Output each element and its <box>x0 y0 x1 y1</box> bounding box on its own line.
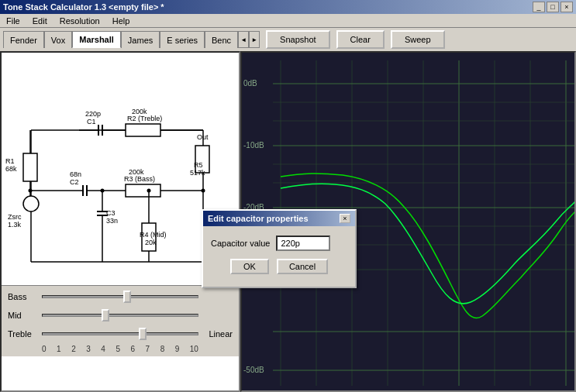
scale-10: 10 <box>190 345 198 353</box>
scale-9: 9 <box>175 345 180 353</box>
titlebar: Tone Stack Calculator 1.3 <empty file> *… <box>0 0 576 14</box>
menu-resolution[interactable]: Resolution <box>57 15 103 26</box>
r1-value: 68k <box>5 165 17 173</box>
capacitor-dialog: Edit capacitor properties × Capacitor va… <box>202 209 357 288</box>
menu-edit[interactable]: Edit <box>29 15 50 26</box>
y-label-0db: 0dB <box>243 79 257 88</box>
tab-james[interactable]: James <box>121 31 160 48</box>
c3-label: C3 <box>106 209 116 217</box>
maximize-button[interactable]: □ <box>547 2 559 12</box>
scale-8: 8 <box>160 345 165 353</box>
mid-track[interactable] <box>42 314 198 317</box>
tab-scroll-right[interactable]: ► <box>249 31 260 48</box>
c2-value: 68n <box>70 170 81 178</box>
svg-point-23 <box>29 189 33 193</box>
treble-slider-row: Treble Linear <box>8 326 233 342</box>
dialog-close-button[interactable]: × <box>340 214 350 223</box>
r5-value: 517k <box>190 169 205 177</box>
dialog-body: Capacitor value OK Cancel <box>203 226 355 287</box>
svg-rect-6 <box>23 153 37 181</box>
mid-thumb[interactable] <box>102 309 109 322</box>
scale-5: 5 <box>116 345 120 353</box>
sliders-area: Bass Mid Treble Linear <box>2 285 239 356</box>
treble-label: Treble <box>8 329 39 339</box>
c1-label: C1 <box>87 118 96 126</box>
snapshot-button[interactable]: Snapshot <box>266 30 329 49</box>
sweep-button[interactable]: Sweep <box>391 30 445 49</box>
tab-benc[interactable]: Benc <box>205 31 238 48</box>
c2-label: C2 <box>70 178 79 186</box>
r4-value: 20k <box>145 239 157 246</box>
scale-0: 0 <box>42 345 47 353</box>
zsrc-value: 1.3k <box>8 221 22 229</box>
tab-scroll-left[interactable]: ◄ <box>238 31 249 48</box>
scale-7: 7 <box>146 345 150 353</box>
dialog-titlebar: Edit capacitor properties × <box>203 211 355 226</box>
menu-help[interactable]: Help <box>109 15 133 26</box>
svg-point-31 <box>101 189 105 193</box>
dialog-cancel-button[interactable]: Cancel <box>277 259 328 274</box>
dialog-title: Edit capacitor properties <box>208 214 309 223</box>
r2-value: 200k <box>132 108 147 115</box>
y-label-10db: -10dB <box>243 141 264 150</box>
r3-value: 200k <box>129 168 144 176</box>
app-title: Tone Stack Calculator 1.3 <empty file> * <box>3 2 164 12</box>
toolbar: Fender Vox Marshall James E series Benc … <box>0 28 576 51</box>
titlebar-controls: _ □ × <box>533 2 573 12</box>
bass-slider-row: Bass <box>8 289 233 304</box>
bass-label: Bass <box>8 292 39 301</box>
c3-value: 33n <box>106 217 118 225</box>
dialog-buttons: OK Cancel <box>211 259 347 280</box>
menubar: File Edit Resolution Help <box>0 14 576 28</box>
r1-label: R1 <box>5 157 15 165</box>
tab-vox[interactable]: Vox <box>44 31 72 48</box>
treble-thumb[interactable] <box>139 328 147 340</box>
clear-button[interactable]: Clear <box>336 30 385 49</box>
mid-label: Mid <box>8 311 39 320</box>
bass-thumb[interactable] <box>123 291 131 303</box>
tab-group: Fender Vox Marshall James E series Benc … <box>3 31 260 48</box>
c1-value: 220p <box>85 110 101 118</box>
tab-eseries[interactable]: E series <box>160 31 205 48</box>
close-button[interactable]: × <box>560 2 573 12</box>
r5-label: R5 <box>194 161 203 169</box>
capacitor-value-input[interactable] <box>276 236 330 251</box>
svg-point-0 <box>23 196 39 211</box>
r3-label: R3 (Bass) <box>124 175 155 183</box>
scale-labels: 0 1 2 3 4 5 6 7 8 9 10 <box>8 345 233 353</box>
treble-track[interactable] <box>42 332 198 335</box>
dialog-ok-button[interactable]: OK <box>230 259 269 274</box>
capacitor-field-label: Capacitor value <box>211 239 270 248</box>
svg-rect-13 <box>126 124 160 136</box>
scale-6: 6 <box>130 345 135 353</box>
svg-point-35 <box>147 189 151 193</box>
r4-label: R4 (Mid) <box>140 231 167 239</box>
zsrc-label: Zsrc <box>8 213 22 221</box>
scale-3: 3 <box>86 345 91 353</box>
svg-rect-24 <box>126 184 160 197</box>
y-label-50db: -50dB <box>243 366 264 374</box>
tab-marshall[interactable]: Marshall <box>72 31 121 48</box>
scale-4: 4 <box>101 345 105 353</box>
treble-end-label: Linear <box>202 329 233 339</box>
scale-2: 2 <box>71 345 76 353</box>
mid-slider-row: Mid <box>8 308 233 323</box>
svg-point-26 <box>202 189 205 193</box>
minimize-button[interactable]: _ <box>533 2 545 12</box>
bass-track[interactable] <box>42 295 198 298</box>
r2-label: R2 (Treble) <box>127 115 162 122</box>
scale-1: 1 <box>57 345 61 353</box>
tab-fender[interactable]: Fender <box>3 31 44 48</box>
menu-file[interactable]: File <box>3 15 23 26</box>
capacitor-field-row: Capacitor value <box>211 236 347 251</box>
